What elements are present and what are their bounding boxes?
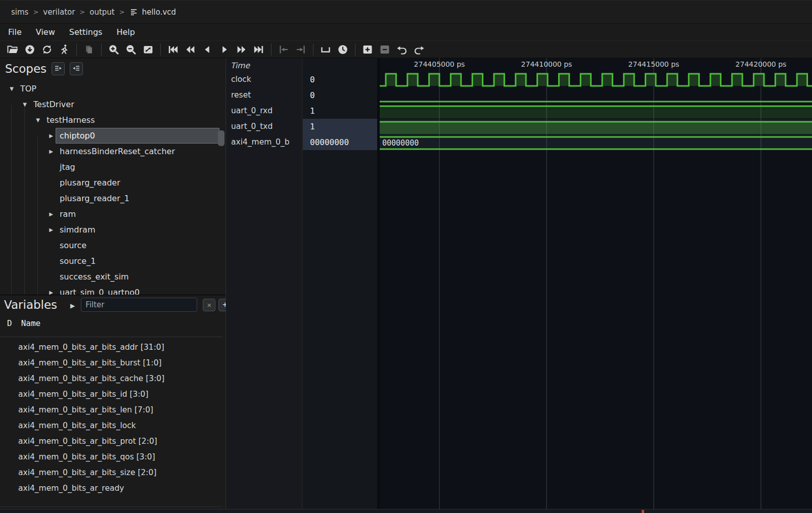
previous-transition-button[interactable]: [275, 42, 292, 57]
name-column-header: Name: [21, 318, 41, 328]
menu-item-view[interactable]: View: [36, 27, 55, 37]
signal-name[interactable]: uart_0_rxd: [231, 103, 301, 119]
variable-item[interactable]: axi4_mem_0_bits_ar_bits_size [2:0]: [18, 465, 156, 481]
scope-tree-item[interactable]: plusarg_reader_1: [0, 191, 225, 206]
scope-label: uart_sim_0_uartno0: [60, 285, 140, 295]
breadcrumb-item[interactable]: verilator: [43, 8, 75, 17]
zoom-out-button[interactable]: [122, 42, 140, 57]
time-settings-button[interactable]: [334, 42, 351, 57]
reload-waveform-button[interactable]: [21, 42, 38, 57]
variables-expand-icon[interactable]: ▶: [70, 302, 75, 309]
zoom-in-button[interactable]: [105, 42, 122, 57]
scope-tree-item[interactable]: ▶ram: [0, 206, 225, 222]
waveform-canvas[interactable]: 00000000: [380, 58, 812, 509]
expand-arrow-icon[interactable]: ▶: [47, 128, 56, 144]
scope-tree-item[interactable]: ▶harnessBinderReset_catcher: [0, 144, 225, 159]
scope-tree-item[interactable]: ▼TestDriver: [0, 97, 225, 112]
bus-value-label: 00000000: [382, 138, 419, 148]
chevron-right-icon: >: [79, 8, 85, 16]
scope-label: chiptop0: [60, 128, 95, 144]
collapse-arrow-icon[interactable]: ▼: [7, 81, 16, 97]
expand-arrow-icon[interactable]: ▶: [47, 206, 56, 222]
copy-button[interactable]: [80, 42, 98, 57]
step-backward-button[interactable]: [199, 42, 216, 57]
cursor-span-button[interactable]: [317, 42, 334, 57]
signal-value: 0: [310, 87, 315, 103]
timestamp-label: 274415000 ps: [628, 60, 680, 68]
reload-waveform-icon: [24, 43, 36, 56]
scope-label: TestDriver: [33, 97, 74, 112]
scope-tree-item[interactable]: ▶chiptop0: [0, 128, 225, 144]
scopes-title: Scopes: [5, 62, 47, 75]
open-folder-button[interactable]: [4, 42, 21, 57]
scope-tree-item[interactable]: ▼testHarness: [0, 112, 225, 128]
clear-filter-button[interactable]: ×: [203, 299, 215, 311]
menu-item-file[interactable]: File: [8, 27, 22, 37]
overview-bar[interactable]: [0, 509, 812, 513]
fast-forward-icon: [236, 43, 248, 56]
waveform-area[interactable]: 00000000274405000 ps274410000 ps27441500…: [380, 58, 812, 509]
previous-transition-icon: [278, 43, 290, 56]
variable-item[interactable]: axi4_mem_0_bits_ar_bits_lock: [18, 418, 136, 434]
expand-arrow-icon[interactable]: ▶: [47, 144, 56, 159]
menu-item-settings[interactable]: Settings: [69, 27, 103, 37]
skip-to-start-button[interactable]: [164, 42, 182, 57]
scope-tree-item[interactable]: plusarg_reader: [0, 175, 225, 191]
zoom-fit-button[interactable]: [140, 42, 157, 57]
signal-name[interactable]: reset: [231, 87, 301, 103]
breadcrumb-item[interactable]: sims: [11, 8, 28, 17]
fast-forward-button[interactable]: [233, 42, 250, 57]
scope-tree-item[interactable]: ▶simdram: [0, 222, 225, 238]
scope-tree-item[interactable]: success_exit_sim: [0, 269, 225, 285]
variable-item[interactable]: axi4_mem_0_bits_ar_bits_id [3:0]: [18, 387, 149, 402]
scope-tree-item[interactable]: ▼TOP: [0, 81, 225, 97]
variable-item[interactable]: axi4_mem_0_bits_ar_bits_len [7:0]: [18, 402, 153, 418]
step-forward-button[interactable]: [216, 42, 233, 57]
variable-item[interactable]: axi4_mem_0_bits_ar_ready: [18, 481, 124, 496]
add-item-button[interactable]: [359, 42, 376, 57]
toolbar: [0, 40, 812, 58]
refresh-button[interactable]: [38, 42, 56, 57]
scope-tree-item[interactable]: source: [0, 238, 225, 253]
scope-tree-item[interactable]: source_1: [0, 253, 225, 269]
run-simulation-button[interactable]: [56, 42, 73, 57]
chevron-right-icon: >: [119, 8, 125, 16]
variable-item[interactable]: axi4_mem_0_bits_ar_bits_addr [31:0]: [18, 340, 164, 355]
next-transition-icon: [295, 43, 307, 56]
remove-item-button[interactable]: [376, 42, 393, 57]
zoom-fit-icon: [142, 43, 154, 56]
variable-item[interactable]: axi4_mem_0_bits_ar_bits_prot [2:0]: [18, 434, 157, 449]
filter-input[interactable]: [81, 298, 197, 312]
signal-name[interactable]: axi4_mem_0_b: [231, 134, 301, 150]
scope-label: source_1: [60, 253, 96, 269]
collapse-arrow-icon[interactable]: ▼: [33, 112, 42, 128]
scopes-scrollbar[interactable]: [218, 130, 224, 146]
collapse-scopes-button[interactable]: [70, 62, 83, 75]
undo-icon: [396, 43, 408, 56]
scope-label: TOP: [20, 81, 36, 97]
expand-arrow-icon[interactable]: ▶: [47, 285, 56, 295]
signal-names-column: Time clockresetuart_0_rxduart_0_txdaxi4_…: [226, 58, 302, 509]
undo-button[interactable]: [393, 42, 411, 57]
cursor-span-icon: [320, 43, 332, 56]
variable-item[interactable]: axi4_mem_0_bits_ar_bits_qos [3:0]: [18, 449, 155, 465]
fast-backward-button[interactable]: [182, 42, 199, 57]
skip-to-end-button[interactable]: [250, 42, 267, 57]
signal-name[interactable]: uart_0_txd: [231, 119, 301, 134]
direction-column-header: D: [7, 318, 12, 328]
divider: [0, 337, 222, 337]
expand-scopes-button[interactable]: [52, 62, 65, 75]
breadcrumb-item[interactable]: output: [89, 8, 114, 17]
collapse-arrow-icon[interactable]: ▼: [20, 97, 29, 112]
menu-item-help[interactable]: Help: [116, 27, 134, 37]
expand-arrow-icon[interactable]: ▶: [47, 222, 56, 238]
signal-name[interactable]: clock: [231, 72, 301, 87]
variable-item[interactable]: axi4_mem_0_bits_ar_bits_cache [3:0]: [18, 371, 164, 387]
variable-item[interactable]: axi4_mem_0_bits_ar_bits_burst [1:0]: [18, 355, 162, 371]
close-icon: ×: [207, 301, 211, 309]
redo-button[interactable]: [411, 42, 428, 57]
scope-tree-item[interactable]: jtag: [0, 159, 225, 175]
next-transition-button[interactable]: [292, 42, 309, 57]
scope-label: simdram: [60, 222, 96, 238]
scope-tree-item[interactable]: ▶uart_sim_0_uartno0: [0, 285, 225, 295]
